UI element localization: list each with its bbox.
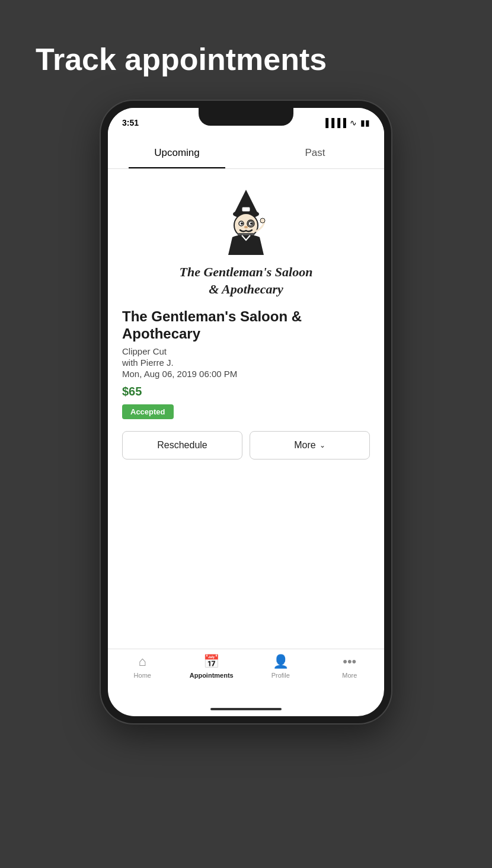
calendar-icon: 📅: [203, 654, 219, 669]
tab-upcoming[interactable]: Upcoming: [108, 138, 246, 168]
phone-screen: 3:51 ▐▐▐▐ ∿ ▮▮ Upcoming Past: [108, 108, 384, 716]
action-buttons: Reschedule More ⌄: [122, 431, 370, 459]
appointment-service: Clipper Cut: [122, 346, 370, 356]
page-title: Track appointments: [0, 42, 327, 77]
business-name-script: The Gentleman's Saloon & Apothecary: [120, 264, 372, 298]
person-icon: 👤: [273, 654, 289, 669]
home-indicator: [108, 702, 384, 716]
status-icons: ▐▐▐▐ ∿ ▮▮: [322, 118, 370, 127]
svg-point-9: [260, 218, 265, 223]
business-logo: [207, 181, 285, 258]
nav-appointments[interactable]: 📅 Appointments: [177, 654, 247, 679]
nav-profile[interactable]: 👤 Profile: [246, 654, 315, 679]
nav-more[interactable]: ••• More: [315, 654, 385, 679]
chevron-down-icon: ⌄: [320, 441, 325, 449]
signal-icon: ▐▐▐▐: [322, 118, 346, 127]
tab-past[interactable]: Past: [246, 138, 384, 168]
status-badge: Accepted: [122, 404, 174, 419]
appointment-price: $65: [122, 385, 370, 398]
notch: [199, 108, 293, 126]
svg-point-8: [244, 226, 248, 228]
appointment-datetime: Mon, Aug 06, 2019 06:00 PM: [122, 369, 370, 379]
appointment-card: The Gentleman's Saloon & Apothecary Clip…: [120, 308, 372, 459]
svg-point-5: [241, 222, 243, 225]
tabs-container: Upcoming Past: [108, 138, 384, 169]
phone-frame: 3:51 ▐▐▐▐ ∿ ▮▮ Upcoming Past: [101, 101, 391, 723]
svg-rect-1: [242, 207, 250, 212]
more-button[interactable]: More ⌄: [250, 431, 370, 459]
reschedule-button[interactable]: Reschedule: [122, 431, 242, 459]
status-bar: 3:51 ▐▐▐▐ ∿ ▮▮: [108, 108, 384, 138]
content-area: The Gentleman's Saloon & Apothecary The …: [108, 169, 384, 649]
ellipsis-icon: •••: [343, 654, 356, 669]
appointment-provider: with Pierre J.: [122, 358, 370, 368]
status-time: 3:51: [122, 118, 139, 127]
home-icon: ⌂: [139, 654, 146, 669]
bottom-nav: ⌂ Home 📅 Appointments 👤 Profile ••• More: [108, 649, 384, 702]
battery-icon: ▮▮: [360, 118, 370, 127]
appointment-business-name: The Gentleman's Saloon & Apothecary: [122, 308, 370, 343]
svg-point-6: [250, 222, 253, 225]
business-logo-area: [120, 181, 372, 258]
nav-home[interactable]: ⌂ Home: [108, 654, 177, 679]
home-bar: [210, 708, 282, 710]
wifi-icon: ∿: [350, 118, 357, 127]
